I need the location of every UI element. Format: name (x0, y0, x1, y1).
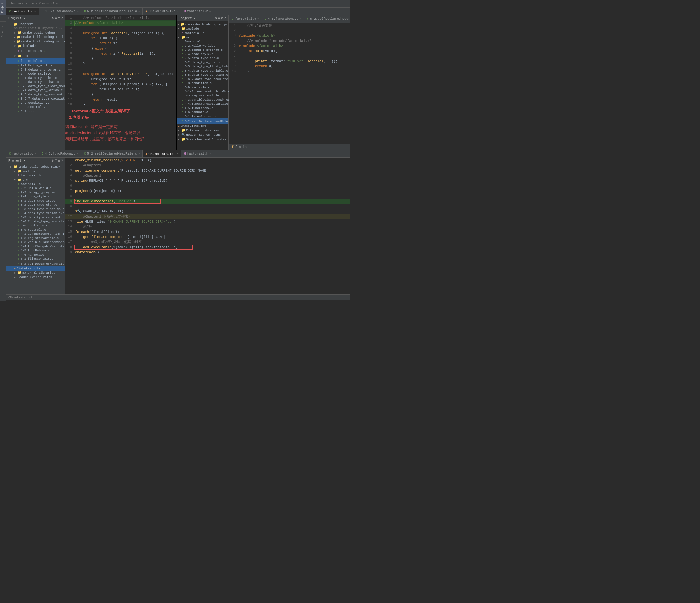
tree-4-1[interactable]: c 4-1-... (6, 109, 65, 114)
mid-func-changable[interactable]: c 4-4.funcChangableVarible.c (177, 102, 228, 106)
bot-data-float[interactable]: c 3-3.data_type_float_double.c (6, 207, 65, 211)
tree-src[interactable]: ▼ 📁 src (6, 54, 65, 58)
close-tab4-icon[interactable]: × (177, 10, 178, 13)
tree-data-var[interactable]: c 3-4.data_type_variable.c (6, 89, 65, 93)
mid-register[interactable]: c 4-3.registerVarible.c (177, 94, 228, 98)
bot-settings-icon[interactable]: ⚙ (52, 159, 54, 162)
tree-data-char[interactable]: c 3-2.data_type_char.c (6, 80, 65, 84)
bot-src[interactable]: ▼ 📁 src (6, 178, 65, 182)
bot-hello[interactable]: c 2-2.Hello_world.c (6, 186, 65, 190)
mid-code-style[interactable]: c 2-4.code_style.c (177, 52, 228, 56)
tree-data-const[interactable]: c 3-5.data_type_constant.c (6, 93, 65, 97)
tree-data-calc[interactable]: c 3-6-7.data_type_caculate.c (6, 97, 65, 101)
bottom-tab-cmake[interactable]: ▲ CMakeLists.txt × (143, 150, 181, 158)
bot-header-search[interactable]: ▶ Header Search Paths (6, 275, 65, 279)
bot-func-changable[interactable]: c 4-4.funcChangableVarible.c (6, 244, 65, 249)
sort-icon[interactable]: ≡ (55, 16, 57, 20)
bot-self-declared[interactable]: c 5-2.selfDeclaredHeadFile.c ✓ (6, 261, 65, 267)
bot-include[interactable]: ▼ 📁 include (6, 169, 65, 173)
tree-data-float[interactable]: c 3-3.data_type_float_double.c (6, 84, 65, 89)
mid-hello[interactable]: c 2-2.Hello_world.c (177, 44, 228, 48)
tree-code-style[interactable]: c 2-4.code_style.c (6, 72, 65, 76)
tab-cmake-top[interactable]: ▲ CMakeLists.txt × (143, 8, 181, 15)
close-sidebar-icon[interactable]: × (61, 16, 63, 20)
bot-close1-icon[interactable]: × (34, 152, 36, 155)
close-tab3-icon[interactable]: × (138, 10, 140, 13)
structure-sidebar-tab[interactable]: Structure (0, 21, 6, 39)
mid-debug[interactable]: c 2-3.debug_c_program.c (177, 48, 228, 52)
bot-expand-icon[interactable]: ⊞ (58, 159, 60, 162)
bot-close3-icon[interactable]: × (138, 152, 140, 155)
mid-dtype-int[interactable]: c 2-5.data_type.int.c (177, 56, 228, 60)
bot-data-int[interactable]: c 3-1.data_type_int.c (6, 199, 65, 203)
bot-data-char[interactable]: c 3-2.data_type_char.c (6, 203, 65, 207)
close-tab-icon[interactable]: × (34, 10, 36, 13)
tree-cmake-debug[interactable]: ▶ 📁 cmake-build-debug (6, 30, 65, 35)
mid-cmake-mingw[interactable]: ▶ 📁 cmake-build-debug-mingw (177, 22, 228, 26)
bot-sort-icon[interactable]: ≡ (55, 159, 57, 162)
project-sidebar-tab[interactable]: Project (0, 0, 6, 15)
tree-data-int[interactable]: c 3-1.data_type_int.c (6, 76, 65, 80)
right-tab-fabona[interactable]: C 4-5.funcFabona.c × (262, 15, 304, 23)
bot-close4-icon[interactable]: × (177, 152, 178, 155)
bottom-tab-fabona[interactable]: C 4-5.funcFabona.c × (39, 150, 81, 158)
right-tab-selfdeclared[interactable]: C 5-2.selfDeclaredHeadFile.c × (304, 15, 350, 23)
right-code-panel[interactable]: 1 //初定义头文件 2 3 #include <stdio.h> (229, 23, 350, 144)
tree-debug-c[interactable]: c 2-3.debug_c_program.c (6, 68, 65, 72)
tree-factorial-h[interactable]: h factorial.h ✓ (6, 48, 65, 54)
mid-dtype-char[interactable]: c 3-2.data_type_char.c (177, 60, 228, 65)
tree-factorial-c[interactable]: c factorial.c ✓ (6, 58, 65, 64)
mid-dtype-const[interactable]: c 3-5.data_type_constant.c (177, 73, 228, 77)
tree-cmake-debug-debian[interactable]: ▶ 📁 cmake-build-debug-debian (6, 35, 65, 39)
bot-close-icon[interactable]: × (61, 159, 63, 162)
right-close1-icon[interactable]: × (257, 18, 259, 21)
mid-dtype-var[interactable]: c 3-4.data_type_variable.c (177, 69, 228, 73)
bot-data-var[interactable]: c 3-4.data_type_variable.c (6, 211, 65, 215)
mid-dtype-calc[interactable]: c 3-6-7.data_type_caculate.c (177, 77, 228, 81)
tree-hello-world[interactable]: c 2-2.Hello_world.c (6, 64, 65, 68)
bot-cmake-mingw[interactable]: ▶ 📁 cmake-build-debug-mingw (6, 165, 65, 169)
tree-recircle[interactable]: c 3-9.recircle.c (6, 105, 65, 109)
mid-factorial-c[interactable]: c factorial.c (177, 40, 228, 44)
mid-dtype-float[interactable]: c 3-3.data_type_float_double.c (177, 65, 228, 69)
bot-code-style[interactable]: c 2-4.code_style.c (6, 195, 65, 199)
mid-files-contain[interactable]: c 5-1.filesContain.c (177, 114, 228, 119)
bot-factorial-h[interactable]: h factorial.h (6, 173, 65, 178)
bot-data-calc[interactable]: c 3-6-7.data_type_caculate.c (6, 220, 65, 224)
settings-icon[interactable]: ⚙ (52, 16, 54, 20)
bot-close2-icon[interactable]: × (77, 152, 78, 155)
mid-factorial-h[interactable]: h factorial.h (177, 31, 228, 35)
bot-recircle[interactable]: c 3-9.recircle.c (6, 228, 65, 232)
close-tab5-icon[interactable]: × (209, 10, 211, 13)
tab-selfdeclared-top[interactable]: C 5-2.selfDeclaredHeadFile.c × (81, 8, 143, 15)
bottom-tab-h[interactable]: H factorial.h × (181, 150, 214, 158)
mid-varible-classes[interactable]: c 4-3.VaribleClassesAndAreas.c (177, 98, 228, 102)
mid-condition[interactable]: c 3-8.condition.c (177, 81, 228, 85)
bot-close5-icon[interactable]: × (209, 152, 211, 155)
bottom-code-editor[interactable]: 1 cmake_minimum_required(VERSION 3.13.4)… (66, 158, 350, 295)
bot-hannota[interactable]: c 4-6.hannota.c (6, 253, 65, 257)
mid-scratches[interactable]: ▶ 📁 Scratches and Consoles (177, 137, 228, 142)
mid-hannota[interactable]: c 4-6.hannota.c (177, 110, 228, 114)
mid-recircle[interactable]: c 3-9.recircle.c (177, 85, 228, 90)
middle-expand-icon[interactable]: ⊞ (221, 16, 223, 20)
tab-factorial-h-top[interactable]: H factorial.h × (181, 8, 214, 15)
right-tab-factorial[interactable]: C factorial.c × (229, 15, 262, 23)
bot-condition[interactable]: c 3-8.condition.c (6, 224, 65, 228)
middle-settings-icon[interactable]: ⚙ (215, 16, 217, 20)
tree-condition[interactable]: c 3-8.condition.c (6, 101, 65, 105)
mid-func-fabona[interactable]: c 4-5.funcFabona.c (177, 106, 228, 110)
bot-func-prime[interactable]: c 4-1-2.functionAndPrimThings.c (6, 232, 65, 236)
mid-cmake[interactable]: ▲ CMakeLists.txt (177, 124, 228, 128)
close-tab2-icon[interactable]: × (77, 10, 78, 13)
mid-header-search[interactable]: ▶ 🔍 Header Search Paths (177, 132, 228, 137)
bot-files-contain[interactable]: c 5-1.filesContain.c (6, 257, 65, 261)
tree-include[interactable]: ▼ 📁 include (6, 44, 65, 48)
right-close2-icon[interactable]: × (300, 18, 301, 21)
tab-fabona-top[interactable]: C 4-5.funcFabona.c × (39, 8, 81, 15)
bot-factorial-c[interactable]: c factorial.c (6, 182, 65, 186)
tree-cmake-debug-mingw[interactable]: ▶ 📁 cmake-build-debug-mingw (6, 39, 65, 44)
bot-debug[interactable]: c 2-3.debug_c_program.c (6, 190, 65, 195)
bot-register[interactable]: c 4-3.registerVarible.c (6, 236, 65, 240)
middle-close-icon[interactable]: × (225, 16, 226, 20)
